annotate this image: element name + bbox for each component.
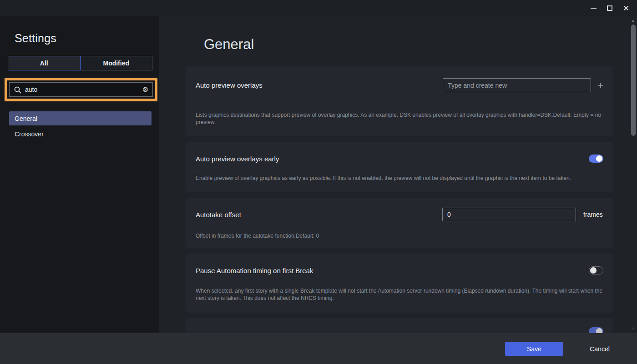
sidebar-item-crossover[interactable]: Crossover — [9, 127, 152, 141]
search-input[interactable] — [10, 83, 152, 96]
setting-row-auto-preview-overlays-early: Auto preview overlays early Enable previ… — [186, 142, 613, 192]
vertical-scrollbar[interactable]: ▲ ▼ — [631, 18, 636, 332]
setting-description: When selected, any first story with a si… — [196, 287, 603, 302]
maximize-icon — [607, 5, 612, 11]
settings-main-panel: General Auto preview overlays + Lists gr… — [159, 16, 637, 333]
auto-preview-early-toggle[interactable] — [589, 155, 603, 163]
settings-sidebar: Settings All Modified ⊗ General Crossove… — [0, 16, 159, 333]
setting-row-pause-automation-timing: Pause Automation timing on first Break W… — [186, 254, 613, 313]
setting-description: Enable preview of overlay graphics as ea… — [196, 175, 603, 182]
minimize-icon — [591, 8, 597, 9]
tab-all[interactable]: All — [8, 56, 81, 70]
setting-row-auto-preview-overlays: Auto preview overlays + Lists graphics d… — [186, 66, 613, 136]
search-icon — [14, 86, 22, 94]
filter-tabs: All Modified — [8, 56, 152, 70]
settings-nav-list: General Crossover — [0, 111, 159, 141]
settings-rows: Auto preview overlays + Lists graphics d… — [186, 66, 613, 333]
setting-title: Auto preview overlays early — [196, 155, 279, 163]
search-box: ⊗ — [9, 82, 153, 97]
setting-description: Offset in frames for the autotake functi… — [196, 232, 603, 239]
setting-description: Lists graphics destinations that support… — [196, 111, 603, 126]
scroll-down-icon[interactable]: ▼ — [631, 326, 636, 331]
autotake-offset-input[interactable] — [442, 208, 576, 221]
dialog-footer: Save Cancel — [0, 333, 637, 364]
setting-row-partial — [186, 318, 613, 333]
add-icon[interactable]: + — [597, 80, 603, 90]
setting-title: Autotake offset — [196, 211, 241, 219]
clear-search-icon[interactable]: ⊗ — [142, 86, 148, 93]
maximize-button[interactable] — [602, 1, 618, 15]
tab-modified[interactable]: Modified — [80, 56, 153, 70]
scroll-up-icon[interactable]: ▲ — [631, 18, 636, 24]
search-highlight-frame: ⊗ — [5, 78, 157, 101]
window-titlebar: ✕ — [0, 0, 637, 16]
pause-automation-toggle[interactable] — [589, 266, 603, 274]
sidebar-title: Settings — [15, 32, 159, 45]
close-icon: ✕ — [623, 5, 629, 12]
cancel-button[interactable]: Cancel — [579, 342, 621, 356]
minimize-button[interactable] — [585, 1, 602, 15]
setting-title: Auto preview overlays — [196, 81, 263, 89]
sidebar-item-general[interactable]: General — [9, 111, 152, 125]
page-title: General — [204, 36, 637, 53]
unit-label: frames — [583, 211, 603, 218]
partial-row-toggle[interactable] — [589, 327, 603, 333]
overlay-destination-input[interactable] — [443, 78, 591, 92]
setting-row-autotake-offset: Autotake offset frames Offset in frames … — [186, 198, 613, 248]
close-button[interactable]: ✕ — [618, 1, 634, 15]
save-button[interactable]: Save — [505, 342, 563, 356]
scrollbar-thumb[interactable] — [631, 25, 636, 136]
setting-title: Pause Automation timing on first Break — [196, 267, 313, 274]
